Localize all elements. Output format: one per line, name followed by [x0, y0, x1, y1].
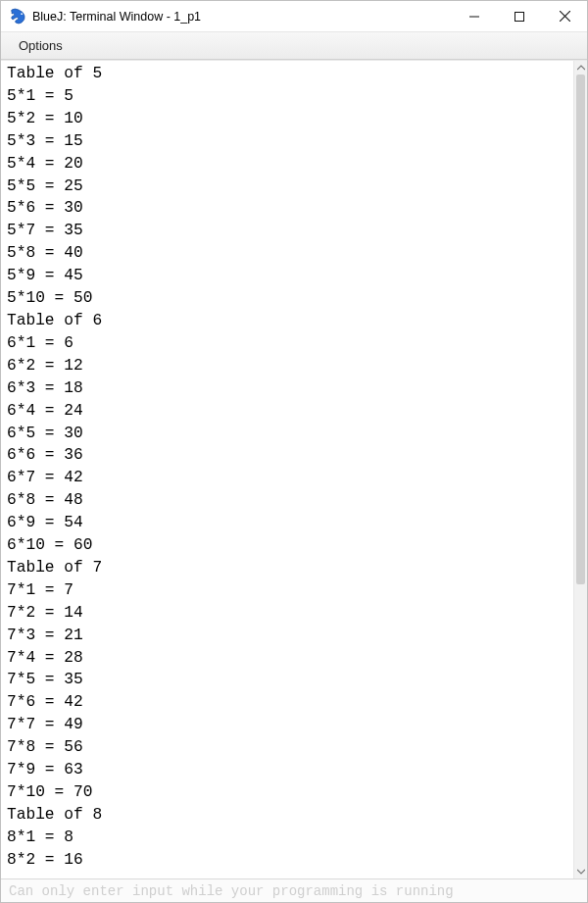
minimize-button[interactable]: [452, 1, 497, 31]
terminal-output[interactable]: Table of 5 5*1 = 5 5*2 = 10 5*3 = 15 5*4…: [1, 61, 573, 878]
maximize-icon: [514, 12, 524, 22]
chevron-down-icon: [577, 869, 585, 875]
terminal-window: BlueJ: Terminal Window - 1_p1 Options Ta…: [0, 0, 588, 903]
close-button[interactable]: [542, 1, 587, 31]
chevron-up-icon: [577, 65, 585, 71]
status-bar: Can only enter input while your programm…: [1, 878, 587, 902]
scroll-up-button[interactable]: [574, 61, 587, 75]
menu-options[interactable]: Options: [11, 35, 71, 56]
svg-line-4: [560, 11, 570, 22]
window-title: BlueJ: Terminal Window - 1_p1: [32, 10, 452, 24]
status-hint: Can only enter input while your programm…: [9, 883, 454, 899]
maximize-button[interactable]: [497, 1, 542, 31]
window-controls: [452, 1, 587, 31]
vertical-scrollbar[interactable]: [573, 61, 587, 878]
svg-rect-2: [515, 12, 524, 21]
svg-line-3: [560, 11, 570, 22]
scroll-down-button[interactable]: [574, 865, 587, 878]
close-icon: [560, 11, 570, 22]
svg-point-0: [21, 13, 23, 15]
bluej-icon: [9, 8, 26, 25]
menubar: Options: [1, 32, 587, 60]
minimize-icon: [469, 12, 479, 22]
terminal-content-area: Table of 5 5*1 = 5 5*2 = 10 5*3 = 15 5*4…: [1, 60, 587, 878]
titlebar[interactable]: BlueJ: Terminal Window - 1_p1: [1, 1, 587, 32]
scroll-thumb[interactable]: [576, 75, 585, 584]
